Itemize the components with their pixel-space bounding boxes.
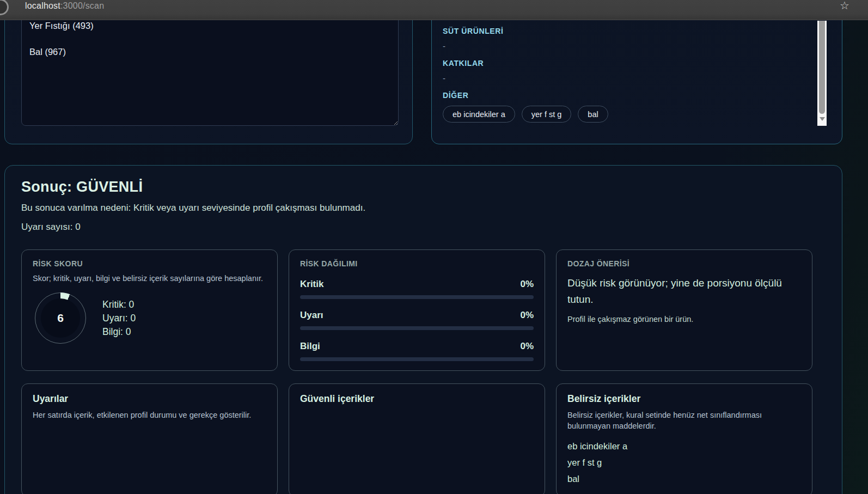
distribution-label: Uyarı xyxy=(300,310,323,321)
risk-score-card: RİSK SKORU Skor; kritik, uyarı, bilgi ve… xyxy=(21,249,278,371)
distribution-bar xyxy=(300,357,534,361)
detail-cards-row: Uyarılar Her satırda içerik, etkilenen p… xyxy=(21,383,812,494)
browser-address-bar[interactable]: localhost:3000/scan ☆ xyxy=(0,0,868,20)
risk-score-description: Skor; kritik, uyarı, bilgi ve belirsiz i… xyxy=(33,273,266,284)
safe-ingredients-title: Güvenli içerikler xyxy=(300,393,534,405)
risk-stat-item: Uyarı: 0 xyxy=(102,312,136,325)
distribution-row: Bilgi0% xyxy=(300,341,534,361)
distribution-value: 0% xyxy=(520,310,534,321)
result-title: Sonuç: GÜVENLİ xyxy=(21,179,842,196)
panel-scrollbar[interactable] xyxy=(817,21,827,126)
distribution-value: 0% xyxy=(520,341,534,352)
warnings-description: Her satırda içerik, etkilenen profil dur… xyxy=(33,410,266,420)
scan-page: Yer Fıstığı (493) Bal (967) SÜT ÜRÜNLERİ… xyxy=(0,20,868,494)
section-label-other: DİĞER xyxy=(443,91,820,100)
url-path: :3000/scan xyxy=(60,1,104,10)
distribution-bar xyxy=(300,295,534,299)
distribution-value: 0% xyxy=(520,279,534,290)
risk-score-stats: Kritik: 0Uyarı: 0Bilgi: 0 xyxy=(102,298,136,339)
distribution-label: Kritik xyxy=(300,279,323,290)
dosage-title: DOZAJ ÖNERİSİ xyxy=(567,259,801,268)
ingredients-textarea[interactable]: Yer Fıstığı (493) Bal (967) xyxy=(21,20,399,126)
site-info-icon[interactable] xyxy=(0,0,9,15)
scrollbar-down-arrow-icon[interactable] xyxy=(820,117,825,121)
risk-distribution-rows: Kritik0%Uyarı0%Bilgi0% xyxy=(300,279,534,361)
uncertain-ingredients-list: eb icindekiler ayer f st gbal xyxy=(567,438,801,487)
risk-score-gauge-row: 6 Kritik: 0Uyarı: 0Bilgi: 0 xyxy=(35,292,266,344)
distribution-row: Uyarı0% xyxy=(300,310,534,330)
address-url[interactable]: localhost:3000/scan xyxy=(25,1,104,11)
warning-count: Uyarı sayısı: 0 xyxy=(21,222,842,233)
url-host: localhost xyxy=(25,1,60,10)
bookmark-star-icon[interactable]: ☆ xyxy=(840,0,849,11)
profile-summary-panel: SÜT ÜRÜNLERİ - KATKILAR - DİĞER eb icind… xyxy=(431,20,842,144)
ingredient-chip: yer f st g xyxy=(522,106,572,123)
metric-cards-row: RİSK SKORU Skor; kritik, uyarı, bilgi ve… xyxy=(21,249,812,371)
other-chips: eb icindekiler ayer f st gbal xyxy=(443,106,820,123)
section-value-dairy: - xyxy=(443,41,820,51)
uncertain-ingredients-card: Belirsiz içerikler Belirsiz içerikler, k… xyxy=(556,383,812,494)
uncertain-ingredient-item: bal xyxy=(567,471,801,487)
uncertain-ingredients-description: Belirsiz içerikler, kural setinde henüz … xyxy=(567,410,801,431)
distribution-row: Kritik0% xyxy=(300,279,534,299)
ingredients-input-panel: Yer Fıstığı (493) Bal (967) xyxy=(4,20,413,144)
distribution-bar xyxy=(300,326,534,330)
scrollbar-thumb[interactable] xyxy=(819,21,825,114)
profile-sections: SÜT ÜRÜNLERİ - KATKILAR - DİĞER eb icind… xyxy=(432,20,842,123)
scan-results-panel: Sonuç: GÜVENLİ Bu sonuca varılma nedeni:… xyxy=(4,165,842,494)
risk-distribution-title: RİSK DAĞILIMI xyxy=(300,259,534,268)
ingredient-chip: eb icindekiler a xyxy=(443,106,515,123)
warnings-card: Uyarılar Her satırda içerik, etkilenen p… xyxy=(21,383,278,494)
safe-ingredients-card: Güvenli içerikler xyxy=(289,383,545,494)
section-label-additives: KATKILAR xyxy=(443,59,820,68)
risk-stat-item: Bilgi: 0 xyxy=(102,325,136,339)
ingredient-chip: bal xyxy=(578,106,608,123)
dosage-card: DOZAJ ÖNERİSİ Düşük risk görünüyor; yine… xyxy=(556,249,812,371)
section-label-dairy: SÜT ÜRÜNLERİ xyxy=(443,27,820,36)
risk-distribution-card: RİSK DAĞILIMI Kritik0%Uyarı0%Bilgi0% xyxy=(289,249,545,371)
gauge-score-value: 6 xyxy=(41,298,80,338)
warnings-title: Uyarılar xyxy=(33,393,266,405)
uncertain-ingredient-item: yer f st g xyxy=(567,454,801,471)
section-value-additives: - xyxy=(443,74,820,83)
dosage-main-text: Düşük risk görünüyor; yine de porsiyonu … xyxy=(567,275,801,308)
uncertain-ingredient-item: eb icindekiler a xyxy=(567,438,801,454)
uncertain-ingredients-title: Belirsiz içerikler xyxy=(567,393,801,405)
risk-score-gauge: 6 xyxy=(35,292,86,344)
result-reason: Bu sonuca varılma nedeni: Kritik veya uy… xyxy=(21,203,842,214)
risk-score-title: RİSK SKORU xyxy=(33,259,266,268)
dosage-sub-text: Profil ile çakışmaz görünen bir ürün. xyxy=(567,315,801,324)
risk-stat-item: Kritik: 0 xyxy=(102,298,136,312)
distribution-label: Bilgi xyxy=(300,341,320,352)
